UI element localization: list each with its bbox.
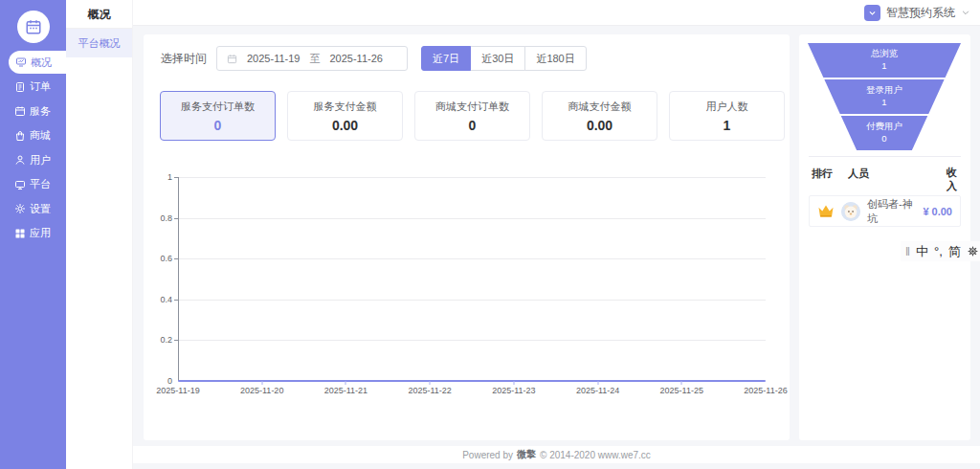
ranking-header: 排行 人员 收入 [812,167,958,193]
ime-punctuation-mode[interactable]: °, [934,244,943,258]
date-end-value[interactable]: 2025-11-26 [329,53,382,64]
sidebar-item-label: 平台 [30,177,51,191]
footer-powered-by: Powered by [462,450,513,460]
primary-sidebar: 概况 订单 服务 商城 用户 [0,0,66,469]
stat-label: 服务支付订单数 [181,100,255,114]
stat-value: 0.00 [332,118,358,133]
ime-drag-handle[interactable]: ‖ [905,245,910,258]
chart-x-tick [345,381,346,385]
users-icon [14,154,26,166]
chart-gridline [178,258,766,259]
date-filter-label: 选择时间 [161,51,207,67]
sidebar-item-overview[interactable]: 概况 [9,51,66,74]
sidebar-nav: 概况 订单 服务 商城 用户 [0,51,66,245]
chart-gridline [178,177,766,178]
x-axis-label: 2025-11-23 [492,386,535,395]
subnav-item-platform-overview[interactable]: 平台概况 [66,29,132,57]
chart-x-tick [597,381,598,385]
app-switcher-chip[interactable] [864,5,880,21]
footer-brand: 微擎 [517,448,536,461]
funnel-segment-views[interactable]: 总浏览 1 [806,43,963,78]
apps-icon [14,228,26,239]
y-axis-label: 0.6 [144,254,172,263]
ranking-header-rank: 排行 [812,167,848,181]
sidebar-item-label: 订单 [30,79,51,94]
chart-y-tick [174,218,178,219]
ime-language-mode[interactable]: 中 [916,243,928,260]
y-axis-label: 0.4 [144,295,172,304]
funnel-label: 付费用户 [866,121,902,133]
date-filter-row: 选择时间 2025-11-19 至 2025-11-26 近7日 近30日 近1… [161,46,587,71]
funnel-value: 1 [881,60,886,73]
x-axis-label: 2025-11-19 [156,386,199,395]
y-axis-label: 0 [144,376,172,386]
stat-label: 商城支付金额 [568,100,632,114]
sidebar-item-users[interactable]: 用户 [0,148,66,171]
sidebar-item-services[interactable]: 服务 [0,100,66,123]
chart-gridline [178,218,766,219]
divider [809,156,961,157]
funnel-chart: 总浏览 1 登录用户 1 付费用户 0 [806,43,963,152]
chart-gridline [178,340,766,341]
date-range-input[interactable]: 2025-11-19 至 2025-11-26 [216,46,408,71]
stat-label: 商城支付订单数 [435,100,509,114]
app-logo[interactable] [17,11,50,43]
chart-data-line [178,380,766,382]
range-button-180d[interactable]: 近180日 [524,46,586,71]
sidebar-item-orders[interactable]: 订单 [0,76,66,99]
stat-label: 用户人数 [706,100,748,114]
ranking-row[interactable]: 创码者-神坑 ¥ 0.00 [809,195,961,227]
settings-icon [14,203,26,214]
sidebar-item-label: 商城 [30,128,51,143]
chart-y-tick [174,340,178,341]
sidebar-item-mall[interactable]: 商城 [0,124,66,147]
footer: Powered by 微擎 © 2014-2020 www.we7.cc [133,446,980,463]
chart-y-tick [174,300,178,301]
ime-charset-mode[interactable]: 简 [948,243,961,260]
chart-y-tick [174,258,178,259]
stat-value: 0.00 [587,118,612,133]
services-icon [14,105,26,117]
stat-card-mall-orders[interactable]: 商城支付订单数 0 [414,91,530,141]
sidebar-item-label: 概况 [31,56,52,70]
stat-value: 1 [724,118,731,133]
funnel-label: 总浏览 [871,48,899,60]
chart-gridline [178,300,766,301]
chevron-down-icon[interactable] [961,8,970,17]
platform-icon [14,179,26,190]
sidebar-item-settings[interactable]: 设置 [0,197,66,220]
funnel-segment-paying[interactable]: 付费用户 0 [806,116,963,150]
range-button-30d[interactable]: 近30日 [470,46,525,71]
ranking-user-name: 创码者-神坑 [867,197,916,226]
range-button-7d[interactable]: 近7日 [421,46,471,71]
ranking-user-income: ¥ 0.00 [923,206,952,217]
funnel-label: 登录用户 [866,84,902,97]
chart-x-tick [430,381,431,385]
chart-x-tick [261,381,262,385]
stat-card-mall-amount[interactable]: 商城支付金额 0.00 [542,91,657,141]
trend-line-chart: 1 0.8 0.6 0.4 0.2 0 2025-11-19 2025-11-2… [178,177,766,381]
top-header: 智慧预约系统 [133,0,980,26]
x-axis-label: 2025-11-21 [324,386,368,395]
stat-card-service-amount[interactable]: 服务支付金额 0.00 [287,91,403,141]
app-switcher-label[interactable]: 智慧预约系统 [886,5,955,21]
funnel-value: 0 [881,133,886,145]
date-separator: 至 [309,52,320,66]
sidebar-item-platform[interactable]: 平台 [0,173,66,196]
stat-value: 0 [469,118,477,133]
sidebar-item-apps[interactable]: 应用 [0,222,66,245]
ranking-header-income: 收入 [946,167,958,193]
stat-card-user-count[interactable]: 用户人数 1 [669,91,785,141]
subnav-title: 概况 [66,0,132,29]
date-start-value[interactable]: 2025-11-19 [247,53,300,64]
funnel-value: 1 [881,97,886,109]
sidebar-item-label: 应用 [30,226,51,240]
main-panel: 选择时间 2025-11-19 至 2025-11-26 近7日 近30日 近1… [144,34,790,440]
stat-card-service-orders[interactable]: 服务支付订单数 0 [160,91,276,141]
ime-settings-gear-icon[interactable] [967,245,979,257]
stats-row: 服务支付订单数 0 服务支付金额 0.00 商城支付订单数 0 商城支付金额 0… [160,91,785,141]
conversion-panel: 总浏览 1 登录用户 1 付费用户 0 排行 人员 收入 创码者-神坑 ¥ 0.… [799,34,970,440]
x-axis-label: 2025-11-20 [240,386,283,395]
funnel-segment-logins[interactable]: 登录用户 1 [806,79,963,114]
quick-range-group: 近7日 近30日 近180日 [421,46,587,71]
